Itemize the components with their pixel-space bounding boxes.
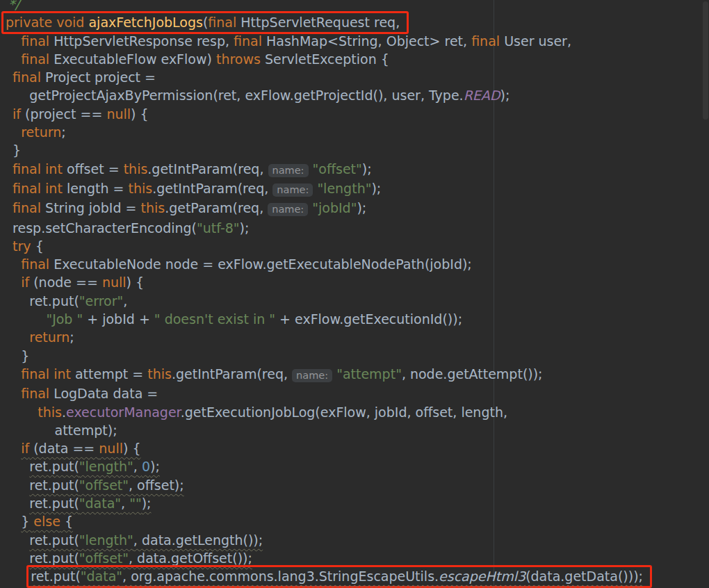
code-token: ) {	[127, 275, 145, 290]
code-token: (project ==	[21, 106, 106, 122]
param-name-hint[interactable]: name:	[268, 164, 309, 177]
code-token: final	[208, 15, 236, 30]
code-token: private void	[6, 15, 88, 30]
code-line[interactable]: return;	[4, 328, 709, 346]
code-line[interactable]: "Job " + jobId + " doesn't exist in " + …	[4, 310, 709, 328]
code-token: " doesn't exist in "	[154, 311, 275, 327]
code-token: final	[13, 200, 41, 215]
code-token: final	[234, 33, 262, 49]
code-token: "data"	[79, 496, 121, 511]
code-token: "length"	[317, 181, 371, 196]
code-line[interactable]: } else {	[4, 512, 709, 530]
code-token: ret.put(	[29, 532, 79, 548]
code-token: );	[500, 88, 510, 103]
code-token: {	[31, 238, 44, 254]
code-line[interactable]: if (node == null) {	[4, 273, 709, 291]
scrollbar[interactable]	[702, 0, 709, 588]
code-token: (node ==	[29, 275, 102, 290]
code-token: this	[128, 181, 152, 196]
code-token: throws	[216, 51, 261, 67]
code-token: "jobId"	[312, 200, 357, 215]
code-line[interactable]: attempt);	[4, 421, 709, 439]
code-token: final	[21, 51, 49, 67]
code-line[interactable]: return;	[4, 123, 709, 141]
code-line[interactable]: try {	[4, 237, 709, 255]
code-line[interactable]: ret.put("length", data.getLength());	[4, 531, 709, 549]
code-token: , offset);	[129, 477, 184, 493]
code-area[interactable]: */private void ajaxFetchJobLogs(final Ht…	[0, 0, 709, 586]
code-token: this	[140, 200, 165, 215]
code-line[interactable]: if (data == null) {	[4, 439, 709, 457]
code-line[interactable]: getProjectAjaxByPermission(ret, exFlow.g…	[4, 86, 709, 104]
code-token: "error"	[79, 293, 123, 309]
code-token: .getParam(req,	[165, 200, 268, 215]
annotation-box: private void ajaxFetchJobLogs(final Http…	[1, 11, 409, 34]
code-token: null	[102, 275, 127, 290]
code-token: else	[33, 514, 60, 529]
code-line[interactable]: ret.put("data", "");	[4, 494, 709, 512]
code-token: 0	[142, 459, 150, 474]
inspection-wavy-underline: if (data == null) {	[21, 441, 140, 456]
code-token: try	[13, 238, 31, 254]
code-line[interactable]: final Project project =	[4, 68, 709, 86]
code-token: if	[21, 275, 29, 290]
code-token: "Job "	[46, 311, 83, 327]
code-line[interactable]: ret.put("length", 0);	[4, 457, 709, 475]
param-name-hint[interactable]: name:	[292, 369, 332, 382]
code-token: offset =	[63, 161, 124, 177]
code-token: ) {	[123, 441, 141, 456]
code-token: HttpServletRequest req,	[236, 15, 400, 30]
code-token: .getIntParam(req,	[172, 366, 292, 382]
code-line[interactable]: }	[4, 141, 709, 159]
code-line[interactable]: final String jobId = this.getParam(req, …	[4, 199, 709, 218]
code-token: .getIntParam(req,	[147, 161, 268, 177]
code-token: ,	[133, 459, 142, 474]
code-line[interactable]: if (project == null) {	[4, 105, 709, 123]
code-line[interactable]: final int offset = this.getIntParam(req,…	[4, 160, 709, 179]
code-token: final	[471, 33, 500, 49]
code-token: final	[21, 386, 49, 401]
code-token: "utf-8"	[197, 220, 240, 236]
code-line[interactable]: final int length = this.getIntParam(req,…	[4, 179, 709, 199]
code-line[interactable]: ret.put("error",	[4, 292, 709, 310]
code-token: */	[8, 0, 19, 12]
code-token: ret.put(	[29, 459, 79, 474]
code-line[interactable]: ret.put("data", org.apache.commons.lang3…	[4, 567, 709, 585]
code-line[interactable]: final HttpServletResponse resp, final Ha…	[4, 32, 709, 50]
code-token: final	[13, 70, 41, 85]
inspection-wavy-underline: ret.put("data", "");	[29, 496, 151, 511]
param-name-hint[interactable]: name:	[272, 183, 313, 197]
code-token: LogData data =	[49, 386, 158, 401]
code-token: .getIntParam(req,	[152, 181, 272, 196]
inspection-wavy-underline: ret.put("length", 0);	[29, 459, 160, 474]
scrollbar-thumb[interactable]	[703, 1, 708, 120]
code-token: + jobId +	[83, 311, 154, 327]
code-token: HttpServletResponse resp,	[49, 33, 234, 49]
code-token: );	[357, 200, 366, 215]
code-token: ,	[121, 496, 129, 511]
code-token: );	[142, 496, 152, 511]
code-token: final	[21, 33, 49, 49]
code-line[interactable]: }	[4, 347, 709, 365]
code-token: return	[29, 329, 70, 345]
code-line[interactable]: this.executorManager.getExecutionJobLog(…	[4, 403, 709, 421]
code-line[interactable]: final LogData data =	[4, 384, 709, 402]
code-line[interactable]: final int attempt = this.getIntParam(req…	[4, 365, 709, 384]
code-line[interactable]: ret.put("offset", offset);	[4, 476, 709, 494]
code-token: + exFlow.getExecutionId());	[275, 311, 462, 327]
code-token: final int	[21, 366, 71, 382]
code-token: , org.apache.commons.lang3.StringEscapeU…	[122, 569, 439, 584]
code-token: ExecutableFlow exFlow)	[49, 51, 216, 67]
code-token: ret.put(	[29, 477, 79, 493]
code-token: ) {	[131, 106, 149, 122]
code-token: ""	[129, 496, 141, 511]
code-line[interactable]: resp.setCharacterEncoding("utf-8");	[4, 219, 709, 237]
code-token: "offset"	[313, 161, 362, 177]
param-name-hint[interactable]: name:	[268, 203, 308, 216]
code-token: );	[362, 161, 372, 177]
code-line[interactable]: private void ajaxFetchJobLogs(final Http…	[4, 13, 709, 31]
code-line[interactable]: final ExecutableNode node = exFlow.getEx…	[4, 255, 709, 273]
code-token: ExecutableNode node = exFlow.getExecutab…	[49, 256, 472, 272]
code-line[interactable]: final ExecutableFlow exFlow) throws Serv…	[4, 50, 709, 68]
code-token: getProjectAjaxByPermission(ret, exFlow.g…	[29, 88, 463, 103]
